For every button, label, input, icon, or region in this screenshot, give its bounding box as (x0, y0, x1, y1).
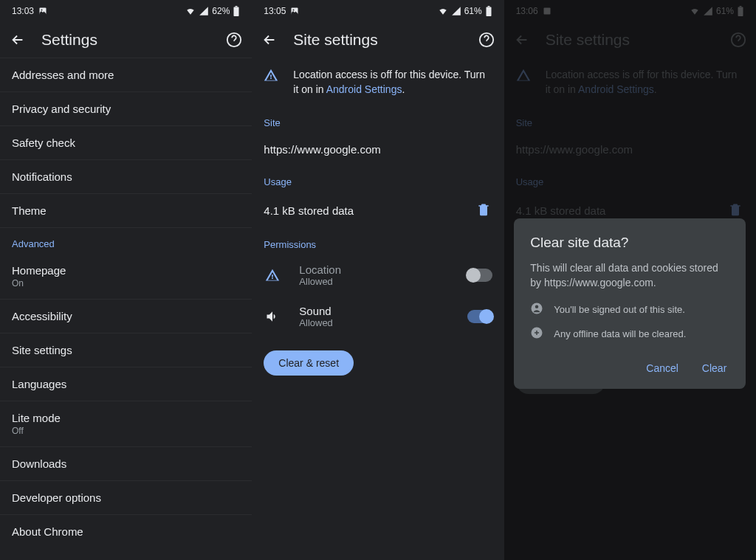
section-advanced: Advanced (0, 228, 252, 254)
settings-item-about[interactable]: About Chrome (0, 515, 252, 548)
section-permissions: Permissions (252, 229, 504, 255)
permission-sound[interactable]: SoundAllowed (252, 296, 504, 337)
dialog-point-signout: You'll be signed out of this site. (530, 302, 729, 317)
warning-icon (264, 68, 278, 86)
banner-text: Location access is off for this device. … (293, 68, 492, 97)
settings-item-homepage[interactable]: HomepageOn (0, 254, 252, 300)
settings-item-notifications[interactable]: Notifications (0, 160, 252, 194)
person-icon (530, 302, 543, 317)
usage-row: 4.1 kB stored data (252, 192, 504, 229)
settings-item-addresses[interactable]: Addresses and more (0, 58, 252, 92)
settings-item-privacy[interactable]: Privacy and security (0, 92, 252, 126)
settings-screen: 13:03 62% Settings Addresses and more Pr… (0, 0, 252, 560)
dialog-scrim[interactable]: Clear site data? This will clear all dat… (504, 0, 756, 560)
wifi-icon (438, 6, 448, 16)
site-settings-dialog-screen: 13:06 61% Site settings Location access … (504, 0, 756, 560)
signal-icon (451, 6, 461, 16)
usage-value: 4.1 kB stored data (264, 204, 354, 217)
screenshot-icon (38, 7, 47, 15)
dialog-message: This will clear all data and cookies sto… (530, 261, 729, 290)
section-site: Site (252, 107, 504, 133)
back-button[interactable] (261, 31, 278, 49)
svg-point-1 (41, 10, 43, 11)
sound-icon (264, 308, 281, 325)
app-bar: Site settings (252, 22, 504, 58)
settings-item-downloads[interactable]: Downloads (0, 447, 252, 481)
settings-item-languages[interactable]: Languages (0, 367, 252, 401)
sound-toggle[interactable] (467, 310, 492, 323)
status-time: 13:03 (12, 6, 34, 16)
status-bar: 13:03 62% (0, 0, 252, 22)
battery-text: 61% (464, 6, 482, 16)
battery-text: 62% (212, 6, 230, 16)
svg-rect-4 (235, 10, 239, 16)
location-banner: Location access is off for this device. … (252, 58, 504, 107)
page-title: Settings (41, 31, 210, 49)
svg-rect-8 (486, 7, 491, 16)
status-bar: 13:05 61% (252, 0, 504, 22)
svg-point-16 (535, 305, 539, 309)
battery-icon (233, 6, 240, 16)
svg-point-7 (293, 10, 295, 11)
page-title: Site settings (293, 31, 462, 49)
screenshot-icon (290, 7, 299, 15)
clear-button[interactable]: Clear (699, 356, 729, 380)
section-usage: Usage (252, 166, 504, 192)
android-settings-link[interactable]: Android Settings (326, 83, 402, 95)
delete-data-button[interactable] (476, 202, 492, 218)
site-url: https://www.google.com (252, 133, 504, 166)
battery-icon (485, 6, 492, 16)
wifi-icon (185, 6, 196, 16)
dialog-point-offline: Any offline data will be cleared. (530, 326, 729, 342)
settings-item-accessibility[interactable]: Accessibility (0, 300, 252, 333)
settings-item-safety[interactable]: Safety check (0, 126, 252, 160)
svg-rect-9 (487, 6, 489, 7)
location-toggle[interactable] (467, 269, 492, 282)
help-button[interactable] (225, 31, 243, 49)
clear-data-dialog: Clear site data? This will clear all dat… (514, 218, 746, 389)
app-bar: Settings (0, 22, 252, 58)
settings-item-theme[interactable]: Theme (0, 194, 252, 228)
settings-item-developer[interactable]: Developer options (0, 481, 252, 515)
settings-item-site-settings[interactable]: Site settings (0, 333, 252, 367)
permission-location[interactable]: LocationAllowed (252, 255, 504, 296)
clear-reset-button[interactable]: Clear & reset (264, 350, 354, 376)
back-button[interactable] (9, 31, 27, 49)
signal-icon (199, 6, 209, 16)
status-time: 13:05 (264, 6, 286, 16)
help-button[interactable] (478, 31, 495, 49)
site-settings-screen: 13:05 61% Site settings Location access … (252, 0, 504, 560)
offline-icon (530, 326, 543, 342)
svg-rect-3 (236, 6, 238, 7)
dialog-title: Clear site data? (530, 235, 729, 251)
settings-item-lite-mode[interactable]: Lite modeOff (0, 401, 252, 447)
warning-icon (264, 266, 281, 284)
cancel-button[interactable]: Cancel (643, 356, 681, 380)
